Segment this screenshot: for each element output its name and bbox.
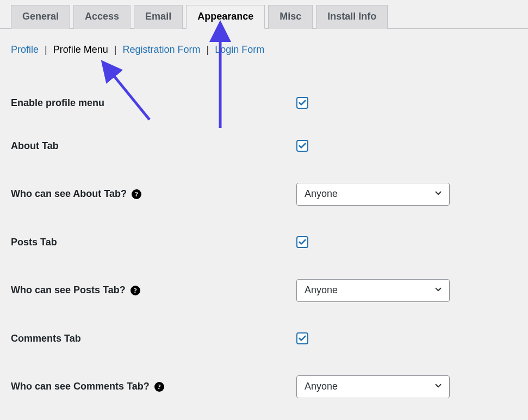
help-icon[interactable]: ?	[132, 189, 141, 199]
tab-access[interactable]: Access	[73, 5, 131, 29]
label-posts-tab: Posts Tab	[0, 221, 291, 264]
tab-general[interactable]: General	[11, 5, 70, 29]
label-about-tab: About Tab	[0, 125, 291, 168]
tab-email[interactable]: Email	[134, 5, 183, 29]
checkbox-enable-profile-menu[interactable]	[296, 97, 308, 109]
help-icon[interactable]: ?	[131, 286, 140, 295]
checkbox-comments-tab[interactable]	[296, 332, 308, 344]
help-icon[interactable]: ?	[154, 382, 164, 392]
checkbox-about-tab[interactable]	[296, 140, 308, 152]
sub-nav: Profile | Profile Menu | Registration Fo…	[0, 29, 528, 60]
tab-appearance[interactable]: Appearance	[186, 5, 265, 29]
tab-misc[interactable]: Misc	[268, 5, 313, 29]
subnav-profile[interactable]: Profile	[11, 44, 39, 55]
label-who-comments: Who can see Comments Tab? ?	[0, 360, 291, 413]
tab-bar: General Access Email Appearance Misc Ins…	[0, 4, 528, 29]
subnav-profile-menu[interactable]: Profile Menu	[53, 44, 108, 55]
select-who-comments[interactable]: Anyone	[296, 375, 450, 398]
subnav-separator: |	[207, 44, 209, 55]
checkbox-posts-tab[interactable]	[296, 236, 308, 248]
tab-install-info[interactable]: Install Info	[316, 5, 388, 29]
label-comments-tab: Comments Tab	[0, 317, 291, 360]
select-who-posts[interactable]: Anyone	[296, 279, 450, 302]
label-who-about: Who can see About Tab? ?	[0, 168, 291, 221]
subnav-separator: |	[45, 44, 47, 55]
label-enable-profile-menu: Enable profile menu	[0, 82, 291, 125]
select-who-about[interactable]: Anyone	[296, 183, 450, 206]
label-who-posts: Who can see Posts Tab? ?	[0, 264, 291, 317]
subnav-login-form[interactable]: Login Form	[215, 44, 264, 55]
subnav-registration-form[interactable]: Registration Form	[123, 44, 201, 55]
subnav-separator: |	[114, 44, 117, 55]
